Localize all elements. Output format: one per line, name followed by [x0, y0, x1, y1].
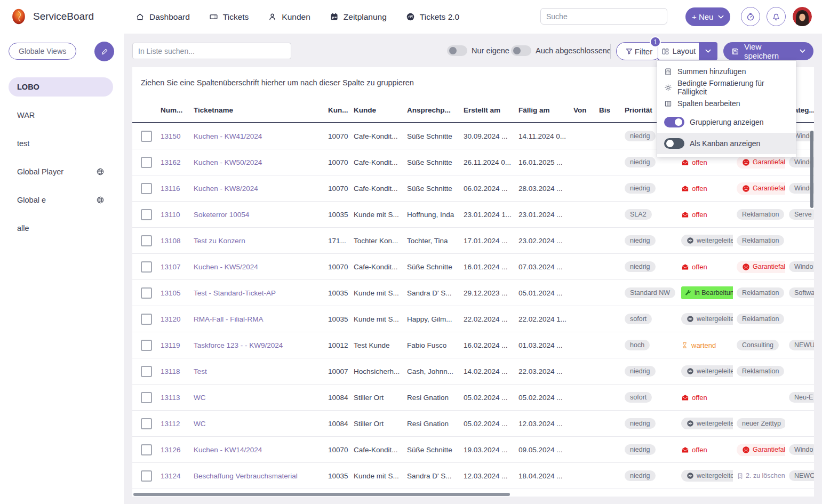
sidebar-item-global-e[interactable]: Global e: [9, 190, 113, 210]
column-header-erstellt-am[interactable]: Erstellt am: [460, 106, 515, 114]
row-checkbox[interactable]: [141, 287, 152, 299]
sidebar-item-global-player[interactable]: Global Player: [9, 162, 113, 181]
row-checkbox[interactable]: [141, 183, 152, 194]
brand[interactable]: ServiceBoard: [10, 7, 94, 26]
created-at-cell: 17.01.2024 ...: [460, 237, 515, 245]
row-checkbox[interactable]: [141, 209, 152, 220]
list-search-input[interactable]: [132, 43, 291, 59]
ticket-name-link[interactable]: Soketerror 10054: [194, 211, 249, 219]
ticket-number-link[interactable]: 13107: [161, 263, 181, 271]
sidebar-item-test[interactable]: test: [9, 134, 113, 153]
ticket-name-link[interactable]: WC: [194, 420, 206, 428]
column-header-ticketname[interactable]: Ticketname: [190, 106, 324, 114]
column-header-kun[interactable]: Kun...: [324, 106, 350, 114]
table-row[interactable]: 13119Taskforce 123 - - KW9/202410012Test…: [132, 332, 814, 358]
ticket-name-link[interactable]: Beschaffung Verbrauchsmaterial: [194, 472, 298, 480]
global-views-button[interactable]: Globale Views: [9, 43, 76, 60]
table-row[interactable]: 13112WC10084Stiller OrtResi Gnation05.02…: [132, 411, 814, 437]
row-checkbox[interactable]: [141, 131, 152, 142]
global-search-input[interactable]: [540, 8, 667, 25]
ticket-number-link[interactable]: 13126: [161, 446, 181, 454]
ticket-number-link[interactable]: 13120: [161, 315, 181, 323]
nav-item-zeitplanung[interactable]: Zeitplanung: [330, 12, 387, 22]
table-row[interactable]: 13120RMA-Fall - Filial-RMA10035Kunde mit…: [132, 306, 814, 332]
ticket-name-link[interactable]: Kuchen - KW5/2024: [194, 263, 258, 271]
row-checkbox[interactable]: [141, 235, 152, 246]
ticket-number-link[interactable]: 13162: [161, 158, 181, 166]
ticket-name-link[interactable]: Kuchen - KW41/2024: [194, 132, 262, 140]
layout-button-main[interactable]: Layout: [658, 42, 699, 60]
column-header-ansprechp[interactable]: Ansprechp...: [403, 106, 460, 114]
timer-button[interactable]: [741, 7, 760, 26]
ticket-number-link[interactable]: 13112: [161, 420, 180, 428]
ticket-name-link[interactable]: Test zu Konzern: [194, 237, 245, 245]
vertical-scrollbar[interactable]: [810, 131, 813, 208]
ticket-name-link[interactable]: Test: [194, 367, 207, 375]
menu-item-als-kanban-anzeigen[interactable]: Als Kanban anzeigen: [657, 133, 796, 154]
edit-views-button[interactable]: [94, 42, 114, 61]
column-header-von[interactable]: Von: [570, 106, 595, 114]
notifications-button[interactable]: [767, 7, 786, 26]
menu-item-gruppierung-anzeigen[interactable]: Gruppierung anzeigen: [657, 111, 796, 133]
sidebar-item-lobo[interactable]: LOBO: [9, 77, 113, 97]
horizontal-scrollbar[interactable]: [133, 493, 510, 496]
nav-item-kunden[interactable]: Kunden: [268, 12, 310, 22]
only-own-toggle[interactable]: [447, 45, 467, 56]
table-row[interactable]: 13118Test10007Hochsicherh...Cash, Johnn.…: [132, 358, 814, 385]
table-row[interactable]: 13124Beschaffung Verbrauchsmaterial10035…: [132, 463, 814, 489]
column-header-bis[interactable]: Bis: [595, 106, 621, 114]
table-row[interactable]: 13113WC10084Stiller OrtResi Gnation05.02…: [132, 385, 814, 411]
ticket-number-link[interactable]: 13119: [161, 341, 180, 349]
row-checkbox[interactable]: [141, 366, 152, 377]
ticket-number-link[interactable]: 13150: [161, 132, 181, 140]
status-cell: weitergeleitet: [677, 418, 733, 429]
row-checkbox[interactable]: [141, 444, 152, 455]
ticket-number-link[interactable]: 13105: [161, 289, 181, 297]
menu-item-spalten-bearbeiten[interactable]: Spalten bearbeiten: [657, 95, 796, 111]
ticket-name-link[interactable]: Test - Standard-Ticket-AP: [194, 289, 276, 297]
ticket-number-link[interactable]: 13108: [161, 237, 181, 245]
nav-item-tickets[interactable]: Tickets: [209, 12, 249, 22]
ticket-name-link[interactable]: Kuchen - KW8/2024: [194, 185, 258, 193]
ticket-number-link[interactable]: 13110: [161, 211, 180, 219]
ticket-number-link[interactable]: 13116: [161, 185, 180, 193]
ticket-name-link[interactable]: Kuchen - KW14/2024: [194, 446, 262, 454]
row-checkbox[interactable]: [141, 470, 152, 482]
table-row[interactable]: 13116Kuchen - KW8/202410070Cafe-Kondit..…: [132, 175, 814, 202]
table-row[interactable]: 13105Test - Standard-Ticket-AP10035Kunde…: [132, 280, 814, 306]
column-header-kunde[interactable]: Kunde: [350, 106, 403, 114]
gruppierung-anzeigen-toggle[interactable]: [664, 117, 684, 127]
sidebar-item-alle[interactable]: alle: [9, 219, 113, 238]
nav-item-dashboard[interactable]: Dashboard: [135, 12, 190, 22]
ticket-name-link[interactable]: WC: [194, 394, 206, 402]
layout-dropdown-arrow[interactable]: [699, 42, 717, 60]
column-header-fällig-am[interactable]: Fällig am: [515, 106, 570, 114]
ticket-name-link[interactable]: RMA-Fall - Filial-RMA: [194, 315, 264, 323]
layout-button[interactable]: Layout: [658, 42, 717, 60]
als-kanban-anzeigen-toggle[interactable]: [664, 138, 684, 149]
user-avatar[interactable]: [793, 7, 812, 26]
row-checkbox[interactable]: [141, 418, 152, 429]
table-row[interactable]: 13126Kuchen - KW14/202410070Cafe-Kondit.…: [132, 437, 814, 463]
menu-item-bedingte-formatierung-für-fälligkeit[interactable]: Bedingte Formatierung für Fälligkeit: [657, 79, 796, 95]
row-checkbox[interactable]: [141, 157, 152, 168]
ticket-name-link[interactable]: Taskforce 123 - - KW9/2024: [194, 341, 283, 349]
sidebar-item-war[interactable]: WAR: [9, 106, 113, 125]
ticket-name-link[interactable]: Kuchen - KW50/2024: [194, 158, 262, 166]
menu-item-summen-hinzufügen[interactable]: Summen hinzufügen: [657, 63, 796, 79]
row-checkbox[interactable]: [141, 261, 152, 273]
ticket-number-link[interactable]: 13124: [161, 472, 181, 480]
table-row[interactable]: 13108Test zu Konzern171...Tochter Kon...…: [132, 228, 814, 254]
nav-item-tickets-2-0[interactable]: Tickets 2.0: [406, 12, 459, 22]
row-checkbox[interactable]: [141, 392, 152, 403]
row-checkbox[interactable]: [141, 314, 152, 325]
row-checkbox[interactable]: [141, 340, 152, 351]
include-closed-toggle[interactable]: [511, 45, 531, 56]
ticket-number-link[interactable]: 13118: [161, 367, 180, 375]
column-header-num[interactable]: Num...: [157, 106, 190, 114]
save-view-button[interactable]: View speichern: [723, 42, 813, 60]
table-row[interactable]: 13107Kuchen - KW5/202410070Cafe-Kondit..…: [132, 254, 814, 280]
new-button[interactable]: + Neu: [685, 7, 730, 26]
ticket-number-link[interactable]: 13113: [161, 394, 180, 402]
table-row[interactable]: 13110Soketerror 1005410035Kunde mit S...…: [132, 202, 814, 228]
